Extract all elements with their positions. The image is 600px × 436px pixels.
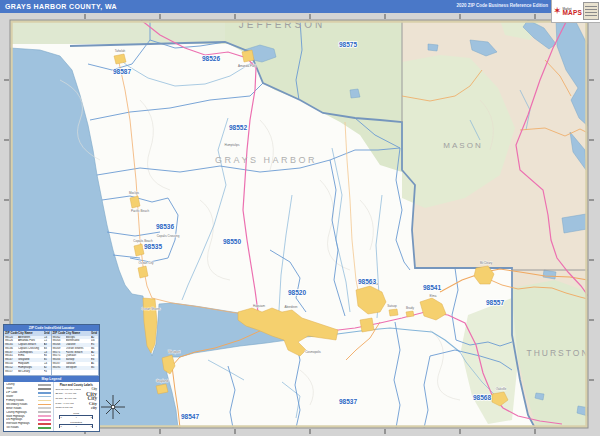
town-label: Westport [168, 350, 180, 354]
legend-line-sample [38, 411, 51, 413]
map-legend: CountyStateZIP CodeWaterPrimary RoadsSec… [4, 382, 99, 431]
county-label-grays-harbor: GRAYS HARBOR [215, 155, 317, 165]
page: { "header": { "title": "GRAYS HARBOR COU… [0, 0, 600, 436]
symbol-list: CountyStateZIP CodeWaterPrimary RoadsSec… [4, 382, 53, 431]
zip-label-98575: 98575 [339, 41, 357, 48]
legend-line-sample [38, 415, 51, 417]
zip-label-98541: 98541 [423, 284, 441, 291]
page-title: GRAYS HARBOR COUNTY, WA [0, 3, 117, 10]
brand-name: MAPS [562, 11, 582, 15]
brand-logo: ✶ Market MAPS [551, 0, 600, 23]
town-label: Amanda Park [238, 64, 257, 68]
zip-label-98547: 98547 [181, 413, 199, 420]
town-label: Humptulips [224, 143, 240, 147]
zip-label-98563: 98563 [358, 278, 376, 285]
legend-line-sample [38, 388, 51, 390]
town-label: Pacific Beach [131, 209, 150, 213]
town-label: Aberdeen [284, 305, 297, 309]
km-scale-bar: Kilometers 0 4 8 [55, 421, 97, 428]
edition-label: 2020 ZIP Code Business Reference Edition [457, 3, 548, 8]
zip-label-98536: 98536 [156, 223, 174, 230]
legend-line-sample [38, 404, 51, 406]
zip-label-98537: 98537 [339, 398, 357, 405]
town-label: Brady [406, 306, 414, 310]
index-row: 98557McClearyF4 [4, 370, 51, 374]
miles-scale-bar: Miles 0 4 8 [55, 412, 97, 419]
legend-line-sample [38, 419, 51, 421]
zip-label-98520: 98520 [288, 289, 306, 296]
town-label: Oakville [496, 387, 507, 391]
place-labels-panel: Place and County Labels Over 50,000 Inh.… [53, 382, 99, 431]
legend-line-sample [38, 392, 51, 394]
legend-line-sample [38, 384, 51, 386]
town-label: Ocean City [139, 261, 154, 265]
zip-label-98550: 98550 [223, 238, 241, 245]
zip-label-98557: 98557 [486, 299, 504, 306]
town-label: Moclips [129, 191, 140, 195]
legend-line-sample [38, 396, 51, 398]
place-label-row: Under 5,000 Inh.city [55, 405, 97, 410]
compass-star-icon: ✶ [553, 6, 561, 16]
town-label: Hoquiam [253, 304, 266, 308]
zip-index-table: ZIP Code City Name Grid 98520AberdeenC49… [4, 331, 99, 376]
legend-line-sample [38, 407, 51, 409]
county-label-mason: MASON [443, 141, 482, 150]
town-label: Elma [430, 294, 437, 298]
zip-label-98526: 98526 [202, 55, 220, 62]
legend-line-sample [38, 423, 51, 425]
town-label: Ocean Shores [141, 307, 161, 311]
town-label: McCleary [480, 261, 493, 265]
town-label: Cosmopolis [305, 350, 321, 354]
legend-line-sample [38, 400, 51, 402]
header-bar: GRAYS HARBOR COUNTY, WA 2020 ZIP Code Bu… [0, 0, 600, 13]
town-label: Satsop [387, 304, 397, 308]
county-label-thurston: THURSTON [526, 348, 589, 358]
brand-wordmark: Market MAPS [562, 7, 582, 15]
legend-symbol-row: Toll Roads [6, 426, 51, 430]
index-row: 98595WestportB5 [52, 366, 99, 370]
legend-line-sample [38, 427, 51, 429]
zip-label-98535: 98535 [144, 243, 162, 250]
zip-label-98587: 98587 [113, 68, 131, 75]
place-rows: Over 50,000 Inh. PlacesCity25,000 - 49,9… [55, 387, 97, 410]
brand-badge [583, 2, 599, 20]
zip-label-98552: 98552 [229, 124, 247, 131]
town-label: Grayland [156, 379, 169, 383]
legend-box: ZIP Code Index/Grid Locator ZIP Code Cit… [3, 324, 100, 432]
zip-index-right: ZIP Code City Name Grid 98562MoclipsA298… [52, 331, 100, 375]
zip-label-98568: 98568 [473, 394, 491, 401]
town-label: Taholah [115, 49, 126, 53]
zip-index-left: ZIP Code City Name Grid 98520AberdeenC49… [4, 331, 52, 375]
town-label: Copalis Crossing [157, 234, 180, 238]
